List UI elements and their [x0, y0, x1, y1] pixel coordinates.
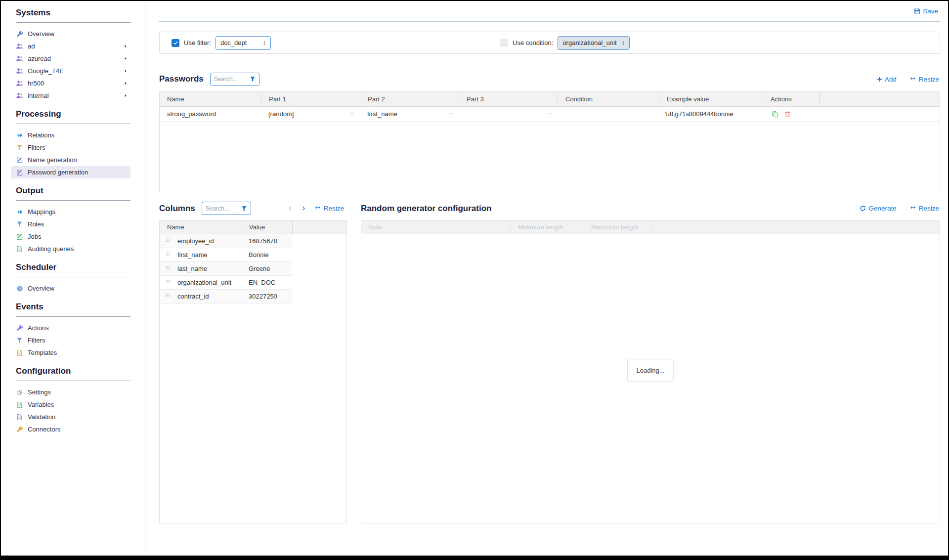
- condition-select-value: organizational_unit: [562, 39, 616, 46]
- sidebar-item-filters[interactable]: Filters: [11, 141, 130, 154]
- lower-panels: NameValue employee_id16875678first_nameB…: [159, 220, 940, 523]
- drag-handle-icon[interactable]: [165, 294, 172, 299]
- column-value-cell: Bonnie: [246, 251, 292, 258]
- column-value-cell: EN_DOC: [246, 279, 292, 286]
- sidebar-item-internal[interactable]: internal: [11, 89, 130, 102]
- expand-arrow-icon[interactable]: [124, 56, 128, 61]
- resize-icon: [314, 206, 321, 211]
- table-row[interactable]: organizational_unitEN_DOC: [160, 276, 292, 290]
- passwords-search-input[interactable]: [214, 76, 248, 83]
- column-header-maximum-length: Maximum length: [584, 220, 651, 234]
- sidebar-item-label: ad: [28, 43, 35, 50]
- expand-arrow-icon[interactable]: [124, 69, 128, 73]
- sidebar-item-jobs[interactable]: Jobs: [11, 230, 130, 243]
- column-header-value: Value: [246, 220, 292, 234]
- sidebar-item-label: Filters: [28, 337, 45, 344]
- part2-select[interactable]: first_name: [360, 110, 459, 118]
- sidebar-item-label: Name generation: [28, 156, 77, 164]
- toolbar: Save: [159, 1, 940, 22]
- passwords-header: Passwords Add Resize: [159, 72, 940, 86]
- passwords-search: [210, 73, 259, 86]
- columns-header: Columns Resize: [159, 202, 347, 215]
- sidebar-item-overview[interactable]: Overview: [11, 282, 130, 295]
- generator-resize-button[interactable]: Resize: [909, 205, 939, 212]
- table-row[interactable]: contract_id30227250: [160, 290, 292, 303]
- save-button[interactable]: Save: [914, 7, 938, 15]
- sidebar-section-output: OutputMappingsRolesJobsAuditing queries: [16, 186, 145, 255]
- sidebar-item-roles[interactable]: Roles: [11, 218, 130, 230]
- part1-select[interactable]: [random]: [261, 110, 360, 118]
- column-header-actions: Actions: [763, 92, 820, 106]
- relations-icon: [16, 208, 23, 215]
- sidebar-item-settings[interactable]: Settings: [11, 386, 130, 398]
- column-header-part-2: Part 2: [360, 92, 459, 106]
- expand-arrow-icon[interactable]: [124, 44, 128, 48]
- copy-icon[interactable]: [772, 111, 778, 118]
- sidebar-item-label: Overview: [28, 285, 54, 292]
- generate-button[interactable]: Generate: [860, 205, 896, 212]
- drag-handle-icon[interactable]: [165, 238, 172, 244]
- save-icon: [914, 8, 920, 14]
- sidebar-item-azuread[interactable]: azuread: [11, 52, 130, 65]
- trash-icon[interactable]: [784, 111, 791, 118]
- sidebar-item-hr500[interactable]: hr500: [11, 77, 130, 89]
- columns-resize-button[interactable]: Resize: [314, 205, 344, 212]
- drag-handle-icon[interactable]: [165, 280, 172, 285]
- expand-arrow-icon[interactable]: [124, 93, 128, 98]
- select-updown-icon: [621, 40, 626, 46]
- sidebar-item-label: Templates: [28, 349, 57, 356]
- sidebar-item-mappings[interactable]: Mappings: [11, 206, 130, 218]
- column-header-spacer: [820, 92, 940, 106]
- add-button[interactable]: Add: [877, 76, 897, 83]
- passwords-table: NamePart 1Part 2Part 3ConditionExample v…: [159, 91, 940, 192]
- use-filter-group: Use filter: doc_dept: [172, 36, 271, 50]
- sidebar-item-connectors[interactable]: Connectors: [11, 423, 130, 435]
- use-condition-checkbox[interactable]: [500, 39, 508, 47]
- chevron-down-icon: [349, 111, 355, 117]
- sidebar-item-password-generation[interactable]: Password generation: [11, 166, 130, 178]
- columns-table-header: NameValue: [160, 220, 346, 234]
- sidebar-item-actions[interactable]: Actions: [11, 322, 130, 334]
- wrench-icon: [16, 30, 23, 38]
- column-header-part-3: Part 3: [459, 92, 558, 106]
- generator-table: RuleMinimum lengthMaximum length Loading…: [361, 220, 940, 523]
- passwords-resize-button[interactable]: Resize: [909, 76, 939, 83]
- sidebar-item-ad[interactable]: ad: [11, 40, 130, 52]
- condition-select[interactable]: organizational_unit: [558, 36, 629, 50]
- sidebar-item-label: Settings: [28, 388, 51, 396]
- filter-select[interactable]: doc_dept: [216, 36, 271, 50]
- sidebar-item-name-generation[interactable]: Name generation: [11, 154, 130, 166]
- prev-page-button[interactable]: [288, 205, 293, 212]
- section-title: Processing: [16, 109, 130, 124]
- table-row[interactable]: employee_id16875678: [160, 234, 292, 248]
- part3-select[interactable]: [459, 111, 558, 117]
- sidebar-item-overview[interactable]: Overview: [11, 28, 130, 40]
- sidebar-item-google-t4e[interactable]: Google_T4E: [11, 65, 130, 77]
- sidebar-section-events: EventsActionsFiltersTemplates: [16, 302, 145, 359]
- sidebar-item-label: Mappings: [28, 208, 55, 215]
- sidebar-item-filters[interactable]: Filters: [11, 334, 130, 346]
- table-row[interactable]: last_nameGreene: [160, 262, 292, 276]
- columns-pager: Resize: [288, 205, 347, 212]
- column-name-cell: first_name: [160, 251, 246, 258]
- plus-icon: [877, 77, 882, 82]
- next-page-button[interactable]: [301, 205, 306, 212]
- users-icon: [16, 43, 23, 50]
- lower-section-headers: Columns Resize Random generator configur…: [159, 201, 940, 216]
- edit-note-icon: [16, 156, 23, 164]
- column-header-name: Name: [160, 92, 261, 106]
- section-title: Scheduler: [16, 262, 130, 277]
- table-row[interactable]: first_nameBonnie: [160, 248, 292, 262]
- sidebar-item-validation[interactable]: Validation: [11, 411, 130, 423]
- columns-search-input[interactable]: [206, 205, 239, 212]
- use-filter-checkbox[interactable]: [172, 39, 179, 47]
- drag-handle-icon[interactable]: [165, 266, 172, 271]
- sidebar-item-variables[interactable]: Variables: [11, 398, 130, 411]
- column-value-cell: Greene: [246, 265, 292, 272]
- row-actions: [763, 111, 820, 118]
- sidebar-item-templates[interactable]: Templates: [11, 346, 130, 359]
- sidebar-item-relations[interactable]: Relations: [11, 129, 130, 141]
- drag-handle-icon[interactable]: [165, 252, 172, 258]
- sidebar-item-auditing-queries[interactable]: Auditing queries: [11, 243, 130, 255]
- expand-arrow-icon[interactable]: [124, 81, 128, 86]
